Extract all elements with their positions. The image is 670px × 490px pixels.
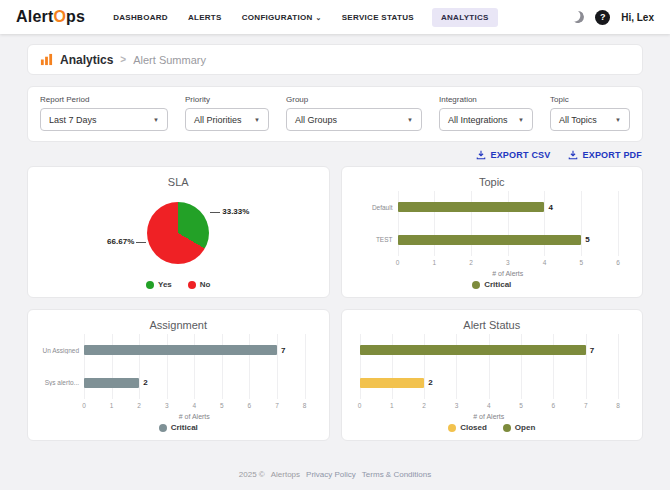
export-pdf-button[interactable]: EXPORT PDF xyxy=(568,150,642,160)
gridline xyxy=(194,334,195,399)
sla-pie xyxy=(147,202,209,264)
axis-tick: 7 xyxy=(275,402,279,409)
download-icon xyxy=(476,150,486,160)
export-csv-button[interactable]: EXPORT CSV xyxy=(476,150,550,160)
logo-suffix: ps xyxy=(66,8,85,25)
privacy-policy-link[interactable]: Privacy Policy xyxy=(306,470,356,479)
user-greeting[interactable]: Hi, Lex xyxy=(621,12,654,23)
axis-ticks: 012345678 xyxy=(360,402,619,411)
axis-tick: 8 xyxy=(616,402,620,409)
axis-tick: 4 xyxy=(487,402,491,409)
legend-label: No xyxy=(200,280,211,289)
legend-item: Critical xyxy=(472,280,511,289)
bar-value: 5 xyxy=(585,235,589,244)
gridline xyxy=(489,334,490,399)
axis-tick: 0 xyxy=(82,402,86,409)
category-labels: Un AssignedSys alerto... xyxy=(38,334,84,399)
group-select[interactable]: All Groups ▼ xyxy=(286,108,422,131)
category-label: Sys alerto... xyxy=(38,379,84,386)
footer-brand[interactable]: Alertops xyxy=(271,470,300,479)
plot: 72 xyxy=(360,334,619,399)
plot-area: 72 xyxy=(352,334,633,399)
chevron-down-icon: ▼ xyxy=(407,117,413,123)
assignment-legend: Critical xyxy=(38,423,319,432)
help-icon[interactable]: ? xyxy=(595,10,610,25)
bar-value: 2 xyxy=(428,378,432,387)
nav-configuration[interactable]: CONFIGURATION⌄ xyxy=(240,8,324,27)
plot-area: Un AssignedSys alerto...72 xyxy=(38,334,319,399)
footer: 2025 © Alertops Privacy Policy Terms & C… xyxy=(27,461,643,490)
axis-tick: 6 xyxy=(552,402,556,409)
plot: 72 xyxy=(84,334,305,399)
report-period-value: Last 7 Days xyxy=(49,115,97,125)
axis-tick: 7 xyxy=(584,402,588,409)
integration-label: Integration xyxy=(439,95,533,104)
assignment-card: Assignment Un AssignedSys alerto...72012… xyxy=(27,309,330,441)
filter-topic: Topic All Topics ▼ xyxy=(550,95,630,131)
axis-tick: 6 xyxy=(616,259,620,266)
pie-slice-label: 33.33% xyxy=(222,207,249,216)
bar-value: 7 xyxy=(590,346,594,355)
filters-bar: Report Period Last 7 Days ▼ Priority All… xyxy=(27,86,643,142)
bar-row: 7 xyxy=(360,345,619,355)
report-period-select[interactable]: Last 7 Days ▼ xyxy=(40,108,168,131)
category-label: Default xyxy=(352,204,398,211)
topic-select[interactable]: All Topics ▼ xyxy=(550,108,630,131)
nav-service-status[interactable]: SERVICE STATUS xyxy=(340,8,416,27)
nav-analytics[interactable]: ANALYTICS xyxy=(432,8,498,27)
category-label: TEST xyxy=(352,236,398,243)
alert-status-bar-chart: 72012345678# of Alerts xyxy=(352,332,633,420)
bar-row: 7 xyxy=(84,345,305,355)
group-label: Group xyxy=(286,95,422,104)
sla-pie-chart: 66.67%33.33% xyxy=(38,189,319,277)
axis-tick: 2 xyxy=(469,259,473,266)
x-axis: 012345678 xyxy=(352,402,633,411)
bar xyxy=(398,235,582,245)
bar-row: 5 xyxy=(398,235,619,245)
bar-row: 2 xyxy=(84,378,305,388)
axis-tick: 3 xyxy=(165,402,169,409)
breadcrumb-separator: > xyxy=(120,54,126,65)
pie-slice-label: 66.67% xyxy=(107,237,134,246)
legend-dot xyxy=(146,281,154,289)
gridline xyxy=(84,334,85,399)
filter-report-period: Report Period Last 7 Days ▼ xyxy=(40,95,168,131)
alertops-logo[interactable]: AlertOps xyxy=(16,8,85,26)
priority-select[interactable]: All Priorities ▼ xyxy=(185,108,269,131)
filter-integration: Integration All Integrations ▼ xyxy=(439,95,533,131)
chart-title-topic: Topic xyxy=(352,176,633,188)
legend-dot xyxy=(448,424,456,432)
gridline xyxy=(249,334,250,399)
terms-conditions-link[interactable]: Terms & Conditions xyxy=(362,470,431,479)
nav-dashboard[interactable]: DASHBOARD xyxy=(111,8,170,27)
integration-select[interactable]: All Integrations ▼ xyxy=(439,108,533,131)
header-right: ? Hi, Lex xyxy=(572,10,654,25)
bar xyxy=(398,202,545,212)
axis-tick: 6 xyxy=(248,402,252,409)
nav-alerts[interactable]: ALERTS xyxy=(186,8,224,27)
legend-dot xyxy=(159,424,167,432)
bar xyxy=(360,345,586,355)
x-axis-label: # of Alerts xyxy=(38,413,319,420)
plot-area: DefaultTEST45 xyxy=(352,191,633,256)
filter-priority: Priority All Priorities ▼ xyxy=(185,95,269,131)
export-row: EXPORT CSV EXPORT PDF xyxy=(28,150,642,160)
legend-item: No xyxy=(188,280,211,289)
gridline xyxy=(222,334,223,399)
legend-label: Yes xyxy=(158,280,172,289)
gridline xyxy=(581,191,582,256)
main-nav: DASHBOARD ALERTS CONFIGURATION⌄ SERVICE … xyxy=(111,8,498,27)
priority-value: All Priorities xyxy=(194,115,242,125)
breadcrumb: Analytics > Alert Summary xyxy=(27,44,643,75)
topic-value: All Topics xyxy=(559,115,597,125)
chart-title-assignment: Assignment xyxy=(38,319,319,331)
gridline xyxy=(471,191,472,256)
breadcrumb-section[interactable]: Analytics xyxy=(60,53,113,67)
nav-configuration-label: CONFIGURATION xyxy=(242,13,313,22)
gridline xyxy=(392,334,393,399)
axis-tick: 1 xyxy=(110,402,114,409)
dark-mode-moon-icon[interactable] xyxy=(571,9,586,24)
assignment-bar-chart: Un AssignedSys alerto...72012345678# of … xyxy=(38,332,319,420)
axis-tick: 2 xyxy=(422,402,426,409)
top-bar: AlertOps DASHBOARD ALERTS CONFIGURATION⌄… xyxy=(0,0,670,34)
